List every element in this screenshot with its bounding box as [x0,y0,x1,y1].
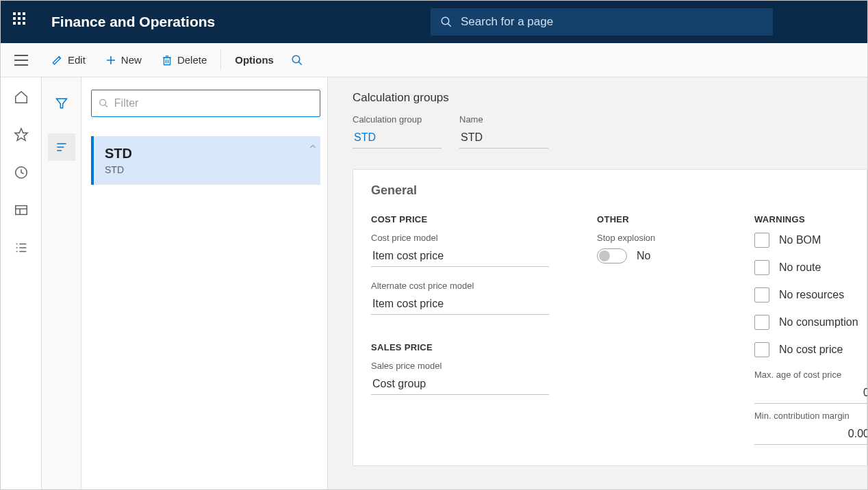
min-margin-label: Min. contribution margin [754,411,867,421]
min-margin-value[interactable]: 0.00 [754,425,867,445]
no-resources-label: No resources [779,289,844,301]
recent-icon[interactable] [14,165,29,182]
other-column: OTHER Stop explosion No [597,214,706,445]
search-icon [99,98,109,109]
no-cost-price-checkbox[interactable]: No cost price [754,342,867,357]
stop-explosion-toggle[interactable] [597,248,627,263]
max-age-field: Max. age of cost price 0 [754,370,867,404]
svg-point-0 [442,17,449,25]
stop-explosion-label: Stop explosion [597,233,706,243]
warnings-heading: WARNINGS [754,214,867,224]
cost-price-model-field: Cost price model Item cost price [371,233,549,267]
cost-price-model-value[interactable]: Item cost price [371,247,549,267]
favorites-icon[interactable] [14,127,29,144]
warnings-column: WARNINGS No BOM No route No resources No… [754,214,867,445]
filter-pane-icon[interactable] [48,90,75,117]
cost-price-model-label: Cost price model [371,233,549,243]
list-view-icon[interactable] [48,133,75,161]
no-consumption-label: No consumption [779,316,858,328]
search-icon [440,16,452,28]
chevron-up-icon[interactable] [308,142,318,153]
delete-label: Delete [177,54,207,66]
alternate-cost-price-field: Alternate cost price model Item cost pri… [371,281,549,315]
svg-line-1 [448,23,451,27]
toolbar-divider [220,50,221,70]
no-bom-checkbox[interactable]: No BOM [754,233,867,248]
cost-sales-column: COST PRICE Cost price model Item cost pr… [371,214,549,445]
app-title: Finance and Operations [51,14,215,30]
header-fields: Calculation group STD Name STD [353,114,867,149]
no-consumption-checkbox[interactable]: No consumption [754,315,867,330]
svg-rect-7 [164,57,170,65]
list-filter[interactable] [91,90,320,117]
stop-explosion-value: No [637,250,650,262]
no-route-label: No route [779,261,821,274]
calc-group-field: Calculation group STD [353,114,442,149]
hamburger-icon[interactable] [1,43,42,77]
cost-price-heading: COST PRICE [371,214,549,224]
alternate-cost-label: Alternate cost price model [371,281,549,291]
alternate-cost-value[interactable]: Item cost price [371,295,549,315]
no-cost-price-label: No cost price [779,344,843,356]
calc-group-label: Calculation group [353,114,442,125]
global-search-input[interactable] [461,15,763,29]
sales-price-model-value[interactable]: Cost group [371,375,549,395]
list-filter-input[interactable] [114,97,313,109]
options-label: Options [235,54,274,66]
name-value[interactable]: STD [459,129,548,149]
min-margin-field: Min. contribution margin 0.00 [754,411,867,445]
sales-price-model-field: Sales price model Cost group [371,361,549,395]
left-rail [1,77,42,489]
list-item-secondary: STD [105,164,309,175]
svg-line-13 [298,62,302,65]
sales-price-heading: SALES PRICE [371,342,549,352]
page-search-button[interactable] [283,43,311,77]
options-button[interactable]: Options [225,43,283,77]
svg-marker-25 [56,99,66,107]
edit-button[interactable]: Edit [42,43,95,77]
new-label: New [121,54,142,66]
name-field: Name STD [459,114,548,149]
page-title: Calculation groups [353,91,867,105]
svg-marker-14 [14,129,27,140]
svg-line-30 [105,105,107,107]
list-mode-column [42,77,81,489]
home-icon[interactable] [14,90,29,107]
no-route-checkbox[interactable]: No route [754,260,867,275]
calc-group-value[interactable]: STD [353,129,442,149]
svg-point-29 [100,99,106,105]
general-card: General COST PRICE Cost price model Item… [353,169,867,466]
list-item-primary: STD [105,146,309,162]
top-nav: Finance and Operations [1,1,867,43]
sales-price-model-label: Sales price model [371,361,549,371]
action-bar: Edit New Delete Options [1,43,867,77]
svg-point-12 [292,55,300,63]
modules-icon[interactable] [14,240,29,257]
other-heading: OTHER [597,214,706,224]
max-age-label: Max. age of cost price [754,370,867,380]
workspaces-icon[interactable] [14,203,29,220]
list-items: STD STD [91,136,320,489]
svg-rect-16 [15,206,27,215]
list-item[interactable]: STD STD [91,136,320,185]
new-button[interactable]: New [95,43,151,77]
delete-button[interactable]: Delete [151,43,216,77]
main: STD STD Calculation groups Calculation g… [1,77,867,489]
name-label: Name [459,114,548,125]
edit-label: Edit [68,54,86,66]
detail-pane: Calculation groups Calculation group STD… [328,77,867,489]
list-panel: STD STD [81,77,328,489]
app-launcher-icon[interactable] [13,12,32,31]
max-age-value[interactable]: 0 [754,384,867,404]
general-heading: General [371,183,849,198]
no-resources-checkbox[interactable]: No resources [754,287,867,302]
no-bom-label: No BOM [779,234,821,246]
search-icon [291,54,303,66]
global-search[interactable] [431,8,773,36]
